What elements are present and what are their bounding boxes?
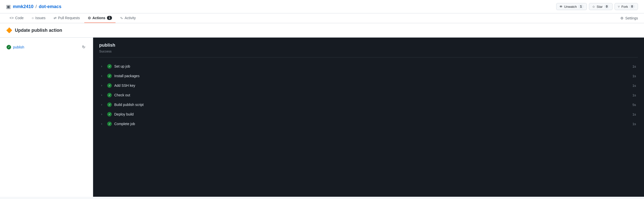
step-time: 1s (632, 122, 636, 126)
chevron-right-icon: › (101, 65, 105, 68)
page-content: 🔶 Update publish action ✓ publish ↻ publ… (0, 23, 644, 197)
steps-list: › ✓ Set up job 1s › ✓ Install packages 1… (99, 62, 638, 129)
step-success-icon: ✓ (107, 102, 112, 107)
step-row[interactable]: › ✓ Install packages 1s (99, 71, 638, 81)
step-time: 1s (632, 65, 636, 68)
detail-status: Success (99, 49, 638, 58)
step-row[interactable]: › ✓ Build publish script 5s (99, 100, 638, 109)
tab-issues[interactable]: ○ Issues (28, 13, 49, 23)
step-name: Complete job (114, 122, 135, 126)
actions-badge: 1 (107, 16, 112, 20)
step-time: 1s (632, 112, 636, 116)
nav-tabs: <> Code ○ Issues ⇄ Pull Requests ⊙ Actio… (0, 13, 644, 23)
step-left: › ✓ Complete job (101, 122, 135, 126)
detail-title: publish (99, 43, 638, 48)
actions-icon: ⊙ (88, 16, 91, 20)
eye-icon: 👁 (559, 5, 563, 9)
dark-panel: publish Success › ✓ Set up job 1s › ✓ In… (93, 38, 644, 197)
star-icon: ☆ (592, 5, 595, 9)
step-time: 5s (632, 103, 636, 107)
workflow-icon: 🔶 (6, 27, 12, 33)
tab-pull-requests[interactable]: ⇄ Pull Requests (50, 13, 83, 23)
fork-label: Fork (621, 5, 628, 9)
chevron-right-icon: › (101, 112, 105, 116)
tab-code[interactable]: <> Code (6, 13, 27, 23)
nav-tabs-left: <> Code ○ Issues ⇄ Pull Requests ⊙ Actio… (6, 13, 139, 23)
step-left: › ✓ Set up job (101, 64, 130, 69)
repo-icon: ▣ (6, 4, 11, 10)
step-success-icon: ✓ (107, 83, 112, 88)
unwatch-label: Unwatch (564, 5, 577, 9)
step-time: 1s (632, 84, 636, 88)
sidebar-job-left: ✓ publish (7, 45, 24, 49)
chevron-right-icon: › (101, 93, 105, 97)
repo-title: ▣ mmk2410 / dot-emacs (6, 4, 61, 10)
pr-icon: ⇄ (54, 16, 57, 20)
owner-link[interactable]: mmk2410 (13, 4, 33, 9)
fork-icon: ⑂ (618, 5, 620, 9)
step-row[interactable]: › ✓ Check out 1s (99, 90, 638, 100)
step-name: Check out (114, 93, 130, 97)
settings-label: Settings (625, 16, 638, 20)
main-layout: ✓ publish ↻ publish Success › ✓ Set up j… (0, 38, 644, 197)
step-name: Add SSH key (114, 83, 135, 88)
issues-icon: ○ (32, 16, 34, 20)
repo-link[interactable]: dot-emacs (39, 4, 61, 9)
step-name: Deploy build (114, 112, 134, 116)
workflow-header: 🔶 Update publish action (0, 23, 644, 38)
chevron-right-icon: › (101, 84, 105, 87)
job-name: publish (13, 45, 24, 49)
tab-pr-label: Pull Requests (58, 16, 80, 20)
settings-icon: ⚙ (620, 16, 624, 20)
nav-settings[interactable]: ⚙ Settings (620, 16, 638, 20)
activity-icon: ∿ (120, 16, 123, 20)
step-success-icon: ✓ (107, 74, 112, 78)
tab-activity-label: Activity (125, 16, 136, 20)
tab-issues-label: Issues (35, 16, 45, 20)
refresh-button[interactable]: ↻ (81, 44, 86, 50)
step-time: 1s (632, 93, 636, 97)
step-row[interactable]: › ✓ Add SSH key 1s (99, 81, 638, 90)
tab-code-label: Code (15, 16, 23, 20)
step-left: › ✓ Install packages (101, 74, 139, 78)
step-row[interactable]: › ✓ Complete job 1s (99, 119, 638, 129)
step-row[interactable]: › ✓ Deploy build 1s (99, 109, 638, 119)
job-success-icon: ✓ (7, 45, 11, 49)
step-time: 1s (632, 74, 636, 78)
step-success-icon: ✓ (107, 112, 112, 117)
star-label: Star (597, 5, 603, 9)
step-left: › ✓ Deploy build (101, 112, 134, 117)
step-row[interactable]: › ✓ Set up job 1s (99, 62, 638, 71)
step-success-icon: ✓ (107, 93, 112, 97)
sidebar: ✓ publish ↻ (0, 38, 93, 197)
code-icon: <> (10, 16, 14, 20)
star-count: 0 (604, 5, 610, 9)
tab-actions-label: Actions (92, 16, 105, 20)
chevron-right-icon: › (101, 103, 105, 106)
unwatch-button[interactable]: 👁 Unwatch 1 (556, 3, 587, 10)
header-actions: 👁 Unwatch 1 ☆ Star 0 ⑂ Fork 0 (556, 3, 638, 10)
step-left: › ✓ Add SSH key (101, 83, 135, 88)
sidebar-job-item[interactable]: ✓ publish ↻ (4, 42, 89, 52)
step-name: Install packages (114, 74, 139, 78)
workflow-title: Update publish action (15, 28, 62, 33)
step-left: › ✓ Check out (101, 93, 130, 97)
step-name: Set up job (114, 64, 130, 68)
step-name: Build publish script (114, 103, 144, 107)
tab-activity[interactable]: ∿ Activity (117, 13, 139, 23)
separator: / (35, 4, 37, 9)
unwatch-count: 1 (578, 5, 584, 9)
step-left: › ✓ Build publish script (101, 102, 144, 107)
top-header: ▣ mmk2410 / dot-emacs 👁 Unwatch 1 ☆ Star… (0, 0, 644, 13)
chevron-right-icon: › (101, 74, 105, 78)
fork-button[interactable]: ⑂ Fork 0 (615, 3, 638, 10)
step-success-icon: ✓ (107, 64, 112, 69)
fork-count: 0 (629, 5, 635, 9)
star-button[interactable]: ☆ Star 0 (589, 3, 613, 10)
chevron-right-icon: › (101, 122, 105, 126)
tab-actions[interactable]: ⊙ Actions 1 (84, 13, 116, 23)
step-success-icon: ✓ (107, 122, 112, 126)
